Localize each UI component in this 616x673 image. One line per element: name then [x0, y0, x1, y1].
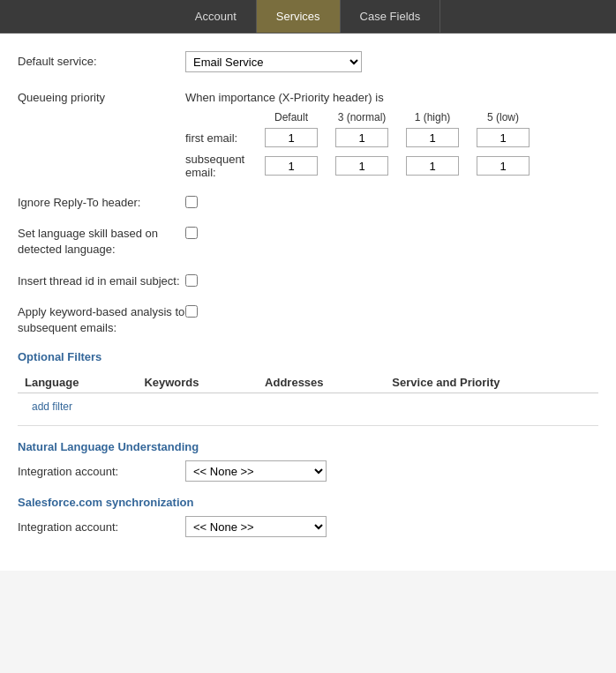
apply-keyword-control	[185, 303, 198, 320]
salesforce-section: Salesforce.com synchronization Integrati…	[18, 496, 598, 537]
subsequent-email-high-cell	[397, 150, 468, 182]
filters-empty-row: add filter	[18, 393, 598, 421]
priority-when-text: When importance (X-Priority header) is	[185, 88, 598, 104]
ignore-reply-to-checkbox[interactable]	[185, 196, 198, 208]
priority-col-default: Default	[256, 109, 327, 125]
ignore-reply-to-label: Ignore Reply-To header:	[18, 194, 185, 211]
first-email-normal-input[interactable]	[335, 128, 388, 147]
set-language-row: Set language skill based on detected lan…	[18, 225, 598, 258]
nlu-integration-row: Integration account: << None >>	[18, 460, 598, 482]
first-email-default-cell	[256, 125, 327, 150]
priority-subsequent-email-row: subsequent email:	[185, 150, 538, 182]
apply-keyword-checkbox[interactable]	[185, 305, 198, 318]
insert-thread-control	[185, 273, 198, 289]
priority-col-row-label	[185, 109, 256, 125]
priority-col-normal: 3 (normal)	[327, 109, 397, 125]
queueing-priority-label: Queueing priority	[18, 88, 185, 104]
queueing-priority-right: When importance (X-Priority header) is D…	[185, 88, 598, 182]
priority-col-high: 1 (high)	[397, 109, 468, 125]
nlu-integration-select[interactable]: << None >>	[185, 460, 327, 482]
insert-thread-label: Insert thread id in email subject:	[18, 273, 185, 289]
apply-keyword-label: Apply keyword-based analysis to subseque…	[18, 303, 185, 336]
first-email-label: first email:	[185, 125, 256, 150]
subsequent-email-normal-cell	[327, 150, 397, 182]
nlu-section: Natural Language Understanding Integrati…	[18, 440, 598, 482]
priority-header-row: Default 3 (normal) 1 (high) 5 (low)	[185, 109, 538, 125]
first-email-normal-cell	[327, 125, 397, 150]
subsequent-email-default-cell	[256, 150, 327, 182]
ignore-reply-to-row: Ignore Reply-To header:	[18, 194, 598, 211]
add-filter-link[interactable]: add filter	[25, 397, 79, 416]
subsequent-email-normal-input[interactable]	[335, 156, 388, 176]
ignore-reply-to-control	[185, 194, 198, 211]
subsequent-email-low-cell	[468, 150, 538, 182]
nav-services[interactable]: Services	[257, 0, 341, 33]
salesforce-integration-select[interactable]: << None >>	[185, 516, 327, 537]
first-email-default-input[interactable]	[265, 128, 318, 147]
default-service-control: Email Service	[185, 51, 598, 72]
filters-col-addresses: Addresses	[258, 372, 385, 393]
default-service-row: Default service: Email Service	[18, 51, 598, 76]
priority-first-email-row: first email:	[185, 125, 538, 150]
salesforce-heading: Salesforce.com synchronization	[18, 496, 598, 509]
apply-keyword-row: Apply keyword-based analysis to subseque…	[18, 303, 598, 336]
salesforce-integration-row: Integration account: << None >>	[18, 516, 598, 537]
insert-thread-checkbox[interactable]	[185, 274, 198, 287]
queueing-priority-section: Queueing priority When importance (X-Pri…	[18, 88, 598, 182]
divider-1	[18, 425, 598, 426]
default-service-select[interactable]: Email Service	[185, 51, 362, 72]
first-email-low-input[interactable]	[477, 128, 530, 147]
insert-thread-row: Insert thread id in email subject:	[18, 273, 598, 289]
subsequent-email-default-input[interactable]	[265, 156, 318, 176]
optional-filters-heading: Optional Filters	[18, 350, 598, 363]
main-content: Default service: Email Service Queueing …	[0, 34, 616, 571]
salesforce-integration-label: Integration account:	[18, 520, 185, 534]
filters-col-keywords: Keywords	[137, 372, 258, 393]
nav-case-fields[interactable]: Case Fields	[341, 0, 441, 33]
optional-filters-table: Language Keywords Addresses Service and …	[18, 372, 598, 420]
filters-col-service-priority: Service and Priority	[385, 372, 598, 393]
default-service-label: Default service:	[18, 51, 185, 70]
top-nav: Account Services Case Fields	[0, 0, 616, 34]
first-email-high-cell	[397, 125, 468, 150]
set-language-label: Set language skill based on detected lan…	[18, 225, 185, 258]
nlu-heading: Natural Language Understanding	[18, 440, 598, 453]
filters-col-language: Language	[18, 372, 137, 393]
subsequent-email-low-input[interactable]	[477, 156, 530, 176]
priority-col-low: 5 (low)	[468, 109, 538, 125]
set-language-checkbox[interactable]	[185, 227, 198, 239]
first-email-high-input[interactable]	[406, 128, 459, 147]
filters-header-row: Language Keywords Addresses Service and …	[18, 372, 598, 393]
first-email-low-cell	[468, 125, 538, 150]
subsequent-email-high-input[interactable]	[406, 156, 459, 176]
subsequent-email-label: subsequent email:	[185, 150, 256, 182]
set-language-control	[185, 225, 198, 242]
nlu-integration-label: Integration account:	[18, 465, 185, 478]
priority-table: Default 3 (normal) 1 (high) 5 (low) firs…	[185, 109, 538, 182]
nav-account[interactable]: Account	[176, 0, 257, 33]
